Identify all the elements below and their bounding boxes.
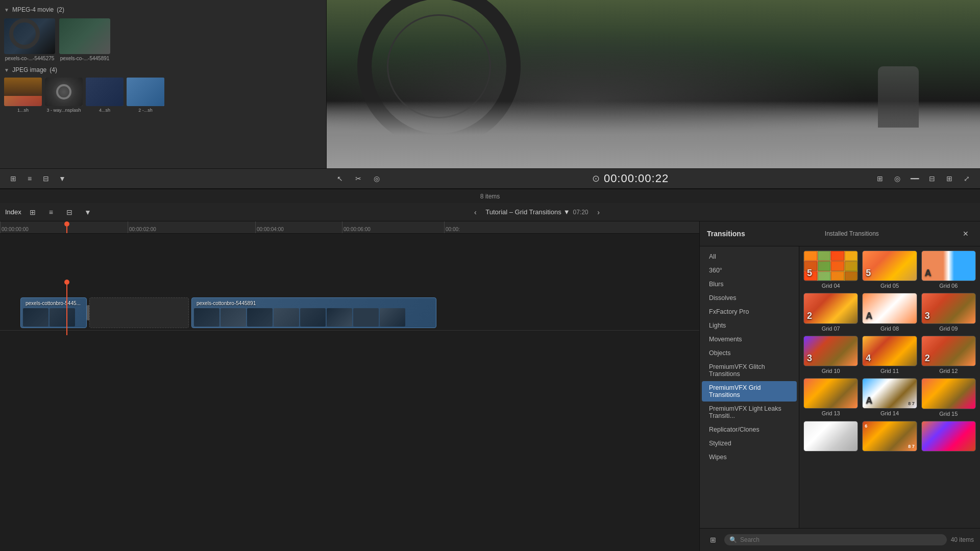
- film-frame-r3: [247, 308, 273, 327]
- preview-visual: [327, 0, 980, 168]
- search-input[interactable]: [740, 536, 942, 543]
- film-frame-r4: [274, 308, 299, 327]
- clip-left[interactable]: pexels-cottonbro-5445...: [20, 297, 87, 328]
- nav-prev-btn[interactable]: ‹: [468, 205, 482, 219]
- mpeg4-label: MPEG-4 movie: [12, 6, 54, 13]
- grid-view-btn[interactable]: ⊞: [6, 171, 20, 186]
- film-frame-r1: [194, 308, 219, 327]
- filter-btn[interactable]: ▼: [55, 171, 69, 186]
- grid09-num: 3: [925, 311, 930, 321]
- cat-replicator[interactable]: Replicator/Clones: [702, 423, 797, 436]
- film-frame-1: [23, 308, 48, 327]
- trans-item-grid12[interactable]: 2 Grid 12: [921, 336, 976, 374]
- index-list-btn[interactable]: ≡: [44, 205, 58, 219]
- trans-item-grid16b[interactable]: 8 7 6: [862, 421, 917, 453]
- cat-wipes[interactable]: Wipes: [702, 450, 797, 464]
- jpeg-thumb-label-2: 3 - way...nsplash: [47, 108, 81, 113]
- trans-item-grid07[interactable]: 2 Grid 07: [803, 293, 858, 331]
- trans-item-grid15[interactable]: Grid 15: [921, 378, 976, 416]
- trans-item-grid04[interactable]: 5 Grid 04: [803, 251, 858, 289]
- trans-item-grid16a[interactable]: [803, 421, 858, 453]
- film-frame-r6: [327, 308, 352, 327]
- transitions-close-btn[interactable]: ✕: [959, 227, 973, 241]
- index-grid-btn[interactable]: ⊞: [26, 205, 40, 219]
- share-btn[interactable]: ⊟: [925, 171, 939, 186]
- items-count-label: 8 items: [480, 193, 500, 200]
- index-bar: Index ⊞ ≡ ⊟ ▼ ‹ Tutorial – Grid Transiti…: [0, 203, 980, 221]
- audio-btn[interactable]: ⊞: [873, 171, 887, 186]
- jpeg-thumb-4[interactable]: 2 -...sh: [127, 78, 164, 113]
- grid12-num: 2: [925, 353, 930, 364]
- trans-item-grid16c[interactable]: [921, 421, 976, 453]
- list-view-btn[interactable]: ≡: [22, 171, 37, 186]
- film-frame-r2: [220, 308, 246, 327]
- nav-next-btn[interactable]: ›: [592, 205, 606, 219]
- blade-tool-btn[interactable]: ✂: [351, 171, 365, 186]
- playhead[interactable]: [66, 221, 67, 233]
- trans-thumb-grid12: 2: [921, 336, 976, 366]
- index-sort-btn[interactable]: ⊟: [62, 205, 77, 219]
- jpeg-thumb-img-1: [4, 78, 42, 106]
- cat-movements[interactable]: Movements: [702, 333, 797, 346]
- fx-btn[interactable]: ━━: [908, 171, 922, 186]
- ruler-label-3: 00:00:06:00: [344, 227, 371, 232]
- trans-search-box[interactable]: 🔍: [724, 534, 947, 545]
- jpeg-thumb-img-4: [127, 78, 164, 106]
- browser-btn[interactable]: ⊞: [942, 171, 957, 186]
- trans-item-grid11[interactable]: 4 Grid 11: [862, 336, 917, 374]
- project-dropdown-icon[interactable]: ▼: [564, 208, 570, 216]
- installed-label: Installed Transitions: [825, 230, 879, 237]
- trans-list-btn[interactable]: ⊞: [706, 533, 720, 547]
- items-bar: 8 items: [0, 189, 980, 203]
- clip-right[interactable]: pexels-cottonbro-5445891: [191, 297, 436, 328]
- jpeg-thumb-img-2: [45, 78, 83, 106]
- right-toolbar: ⊞ ◎ ━━ ⊟ ⊞ ⤢: [873, 171, 974, 186]
- trans-label-grid14: Grid 14: [862, 410, 917, 416]
- cursor-tool-btn[interactable]: ↖: [333, 171, 347, 186]
- cat-all[interactable]: All: [702, 250, 797, 263]
- jpeg-thumb-label-1: 1...sh: [17, 108, 29, 113]
- cat-stylized[interactable]: Stylized: [702, 437, 797, 450]
- cat-lights[interactable]: Lights: [702, 319, 797, 332]
- trans-item-grid13[interactable]: Grid 13: [803, 378, 858, 416]
- mpeg4-triangle-icon: ▼: [4, 7, 9, 13]
- trans-item-grid05[interactable]: 5 Grid 05: [862, 251, 917, 289]
- trans-item-grid14[interactable]: A 8 7 Grid 14: [862, 378, 917, 416]
- trans-label-grid12: Grid 12: [921, 368, 976, 374]
- trans-item-grid06[interactable]: A Grid 06: [921, 251, 976, 289]
- transitions-panel: Transitions Installed Transitions ✕ All …: [699, 221, 980, 551]
- jpeg-thumb-2[interactable]: 3 - way...nsplash: [45, 78, 83, 113]
- zoom-tool-btn[interactable]: ◎: [370, 171, 384, 186]
- media-thumb-2[interactable]: pexels-co-...-5445891: [59, 18, 110, 61]
- expand-btn[interactable]: ⤢: [960, 171, 974, 186]
- sort-btn[interactable]: ⊟: [39, 171, 53, 186]
- transitions-footer: ⊞ 🔍 40 items: [700, 528, 980, 551]
- cat-360[interactable]: 360°: [702, 264, 797, 277]
- cat-lightleaks[interactable]: PremiumVFX Light Leaks Transiti...: [702, 402, 797, 422]
- mpeg4-section-header[interactable]: ▼ MPEG-4 movie (2): [4, 4, 322, 15]
- cat-blurs[interactable]: Blurs: [702, 278, 797, 291]
- index-filter-btn[interactable]: ▼: [81, 205, 95, 219]
- trans-item-grid10[interactable]: 3 Grid 10: [803, 336, 858, 374]
- cat-glitch[interactable]: PremiumVFX Glitch Transitions: [702, 360, 797, 381]
- project-name-text: Tutorial – Grid Transitions: [485, 208, 561, 216]
- jpeg-label: JPEG image: [12, 66, 46, 73]
- trans-thumb-grid09: 3: [921, 293, 976, 323]
- cat-dissolves[interactable]: Dissolves: [702, 291, 797, 305]
- jpeg-section-header[interactable]: ▼ JPEG image (4): [4, 64, 322, 76]
- cat-fxfactory[interactable]: FxFactory Pro: [702, 305, 797, 318]
- trans-label-grid04: Grid 04: [803, 283, 858, 289]
- trans-label-grid06: Grid 06: [921, 283, 976, 289]
- cat-grid[interactable]: PremiumVFX Grid Transitions: [702, 381, 797, 402]
- jpeg-thumb-3[interactable]: 4...sh: [86, 78, 124, 113]
- ruler-label-4: 00:00:: [446, 227, 460, 232]
- clip-left-filmstrip: [21, 298, 86, 328]
- headphone-btn[interactable]: ◎: [890, 171, 904, 186]
- media-thumb-1[interactable]: pexels-co-...-5445275: [4, 18, 55, 61]
- trans-item-grid08[interactable]: A Grid 08: [862, 293, 917, 331]
- trans-item-grid09[interactable]: 3 Grid 09: [921, 293, 976, 331]
- cat-objects[interactable]: Objects: [702, 346, 797, 360]
- grid10-num: 3: [807, 353, 812, 364]
- jpeg-thumb-1[interactable]: 1...sh: [4, 78, 42, 113]
- ruler-tick-4: 00:00:: [444, 221, 445, 233]
